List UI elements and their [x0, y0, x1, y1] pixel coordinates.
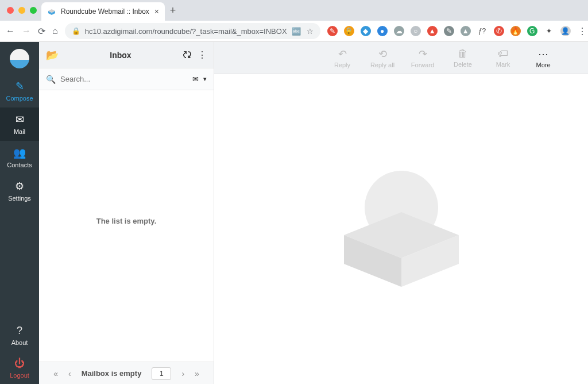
extension-icon[interactable]: ☁	[394, 26, 404, 36]
search-icon: 🔍	[46, 75, 56, 84]
url-input[interactable]: 🔒 hc10.azdigimail.com/roundcube/?_task=m…	[65, 23, 320, 39]
toolbar-label: More	[536, 62, 550, 68]
more-button[interactable]: ⋯ More	[530, 48, 556, 68]
search-scope-icon[interactable]: ✉	[192, 75, 199, 83]
list-footer: « ‹ Mailbox is empty › »	[39, 362, 214, 384]
toolbar-label: Forward	[411, 62, 434, 68]
reload-button[interactable]: ⟳	[38, 26, 45, 37]
extension-icon[interactable]: ●	[377, 26, 388, 36]
nav-mail[interactable]: ✉ Mail	[0, 107, 39, 141]
forward-button[interactable]: ↷ Forward	[409, 48, 436, 68]
extension-icon[interactable]: 🔒	[344, 26, 354, 36]
nav-label: Logout	[10, 372, 29, 379]
page-number-input[interactable]	[152, 367, 171, 380]
extension-icon[interactable]: ▲	[461, 26, 471, 36]
toolbar-label: Delete	[454, 61, 472, 68]
delete-button[interactable]: 🗑 Delete	[450, 48, 476, 68]
toolbar-label: Reply all	[370, 62, 394, 68]
forward-button[interactable]: →	[22, 26, 31, 36]
lock-icon: 🔒	[72, 27, 80, 35]
message-toolbar: ↶ Reply ⟲ Reply all ↷ Forward 🗑 Delete 🏷…	[214, 42, 588, 74]
list-menu-button[interactable]: ⋮	[198, 49, 207, 60]
last-page-button[interactable]: »	[195, 369, 199, 378]
window-maximize[interactable]	[30, 7, 37, 14]
folder-icon[interactable]: 📂	[46, 49, 59, 62]
extension-icon[interactable]: ƒ?	[477, 26, 488, 36]
chevron-down-icon[interactable]: ▾	[203, 75, 207, 83]
nav-label: Contacts	[7, 162, 32, 168]
nav-label: Compose	[6, 95, 33, 102]
nav-label: About	[11, 339, 28, 346]
extensions-row: ✎ 🔒 ◆ ● ☁ ○ ▲ ✎ ▲ ƒ? ✆ 🔥 G ✦ 👤 ⋮	[327, 26, 587, 37]
extension-icon[interactable]: ▲	[427, 26, 438, 36]
browser-menu-icon[interactable]: ⋮	[577, 26, 587, 37]
nav-compose[interactable]: ✎ Compose	[0, 74, 39, 107]
extension-icon[interactable]: G	[527, 26, 537, 36]
window-controls	[7, 7, 37, 14]
nav-label: Settings	[8, 195, 31, 202]
reply-all-icon: ⟲	[378, 48, 387, 60]
empty-text: The list is empty.	[96, 217, 157, 225]
tab-close-icon[interactable]: ×	[154, 7, 159, 16]
tab-bar: Roundcube Webmail :: Inbox × +	[0, 0, 588, 21]
next-page-button[interactable]: ›	[181, 369, 184, 378]
folder-title: Inbox	[64, 51, 177, 60]
nav-contacts[interactable]: 👥 Contacts	[0, 141, 39, 174]
webmail-app: ✎ Compose ✉ Mail 👥 Contacts ⚙ Settings ?…	[0, 42, 588, 384]
extension-icon[interactable]: ◆	[361, 26, 371, 36]
search-row: 🔍 ✉ ▾	[39, 68, 214, 90]
translate-icon[interactable]: 🔤	[292, 27, 301, 36]
nav-label: Mail	[14, 128, 25, 135]
nav-about[interactable]: ? About	[0, 319, 39, 352]
url-text: hc10.azdigimail.com/roundcube/?_task=mai…	[85, 27, 287, 36]
refresh-button[interactable]: 🗘	[183, 50, 192, 60]
tag-icon: 🏷	[498, 48, 508, 60]
reply-icon: ↶	[338, 48, 347, 60]
extension-icon[interactable]: ✎	[327, 26, 338, 36]
prev-page-button[interactable]: ‹	[68, 369, 71, 378]
mail-icon: ✉	[0, 113, 39, 126]
extension-icon[interactable]: 🔥	[510, 26, 521, 36]
back-button[interactable]: ←	[6, 26, 15, 36]
extension-icon[interactable]: ✎	[444, 26, 454, 36]
window-minimize[interactable]	[18, 7, 25, 14]
nav-logout[interactable]: ⏻ Logout	[0, 352, 39, 384]
nav-settings[interactable]: ⚙ Settings	[0, 174, 39, 208]
reply-button[interactable]: ↶ Reply	[329, 48, 355, 68]
favicon-icon	[47, 7, 56, 16]
toolbar-label: Mark	[496, 61, 510, 68]
compose-icon: ✎	[0, 80, 39, 93]
message-list-body: The list is empty.	[39, 90, 214, 362]
new-tab-button[interactable]: +	[165, 5, 181, 17]
reading-pane-body	[214, 74, 588, 384]
mailbox-status: Mailbox is empty	[82, 369, 142, 378]
message-list-panel: 📂 Inbox 🗘 ⋮ 🔍 ✉ ▾ The list is empty. « ‹…	[39, 42, 214, 384]
extension-icon[interactable]: ✆	[494, 26, 504, 36]
more-icon: ⋯	[538, 48, 548, 60]
gear-icon: ⚙	[0, 180, 39, 193]
contacts-icon: 👥	[0, 147, 39, 159]
address-bar: ← → ⟳ ⌂ 🔒 hc10.azdigimail.com/roundcube/…	[0, 21, 588, 41]
home-button[interactable]: ⌂	[52, 26, 58, 36]
reading-pane: ↶ Reply ⟲ Reply all ↷ Forward 🗑 Delete 🏷…	[214, 42, 588, 384]
mark-button[interactable]: 🏷 Mark	[490, 48, 516, 68]
user-avatar[interactable]	[10, 49, 29, 68]
empty-placeholder-icon	[327, 166, 476, 293]
toolbar-label: Reply	[334, 62, 350, 68]
tab-title: Roundcube Webmail :: Inbox	[61, 7, 150, 16]
extensions-menu-icon[interactable]: ✦	[544, 26, 554, 36]
trash-icon: 🗑	[458, 48, 468, 60]
browser-chrome: Roundcube Webmail :: Inbox × + ← → ⟳ ⌂ 🔒…	[0, 0, 588, 42]
browser-tab[interactable]: Roundcube Webmail :: Inbox ×	[41, 2, 165, 21]
search-input[interactable]	[60, 75, 188, 83]
reply-all-button[interactable]: ⟲ Reply all	[369, 48, 396, 68]
first-page-button[interactable]: «	[53, 369, 58, 378]
window-close[interactable]	[7, 7, 14, 14]
list-header: 📂 Inbox 🗘 ⋮	[39, 42, 214, 68]
profile-avatar[interactable]: 👤	[560, 26, 571, 36]
power-icon: ⏻	[0, 358, 39, 370]
forward-icon: ↷	[419, 48, 427, 60]
extension-icon[interactable]: ○	[411, 26, 421, 36]
question-icon: ?	[0, 325, 39, 337]
star-icon[interactable]: ☆	[307, 27, 314, 36]
